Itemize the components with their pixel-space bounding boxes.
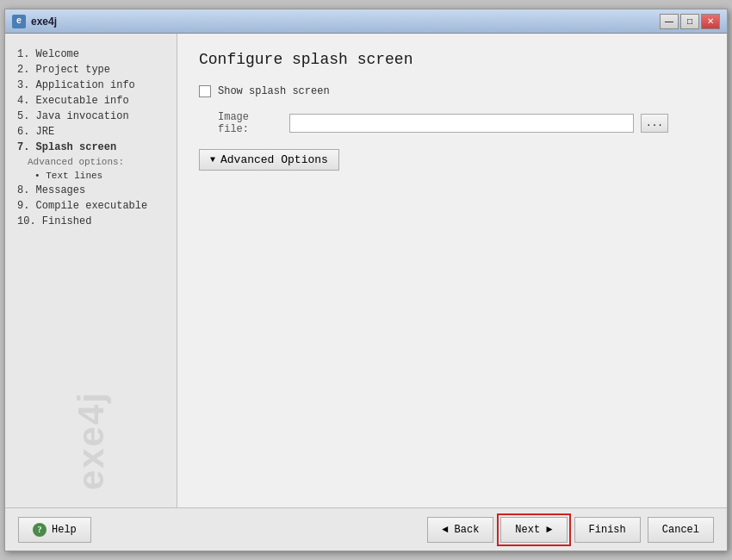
main-window: e exe4j — □ ✕ 1. Welcome 2. Project type…: [4, 9, 728, 551]
sidebar-item-project-type[interactable]: 2. Project type: [14, 62, 168, 78]
maximize-button[interactable]: □: [680, 14, 699, 29]
advanced-options-label: Advanced Options: [220, 153, 328, 166]
sidebar-item-compile-executable[interactable]: 9. Compile executable: [14, 198, 168, 214]
show-splash-label: Show splash screen: [218, 85, 330, 97]
show-splash-row: Show splash screen: [199, 85, 705, 97]
sidebar-item-splash-screen[interactable]: 7. Splash screen: [14, 140, 168, 155]
sidebar-item-application-info[interactable]: 3. Application info: [14, 78, 168, 93]
image-file-row: Image file: ...: [199, 111, 705, 135]
sidebar-item-welcome[interactable]: 1. Welcome: [14, 47, 168, 62]
show-splash-checkbox[interactable]: [199, 85, 211, 97]
watermark: exe4j: [71, 391, 112, 490]
back-button[interactable]: ◄ Back: [427, 517, 493, 543]
finish-button[interactable]: Finish: [574, 517, 641, 543]
window-body: 1. Welcome 2. Project type 3. Applicatio…: [5, 34, 727, 507]
window-title: exe4j: [31, 16, 57, 28]
advanced-options-button[interactable]: ▼ Advanced Options: [199, 149, 339, 171]
cancel-button[interactable]: Cancel: [648, 517, 714, 543]
image-file-input[interactable]: [289, 114, 634, 133]
sidebar: 1. Welcome 2. Project type 3. Applicatio…: [5, 34, 177, 507]
title-bar: e exe4j — □ ✕: [5, 9, 727, 34]
sidebar-item-jre[interactable]: 6. JRE: [14, 124, 168, 140]
help-icon: ?: [33, 523, 47, 537]
browse-button[interactable]: ...: [641, 114, 668, 133]
app-icon: e: [12, 15, 26, 28]
close-button[interactable]: ✕: [701, 14, 720, 29]
help-label: Help: [52, 524, 77, 536]
advanced-options-arrow: ▼: [210, 155, 215, 165]
image-file-label: Image file:: [218, 111, 282, 135]
sidebar-item-java-invocation[interactable]: 5. Java invocation: [14, 109, 168, 124]
sidebar-item-executable-info[interactable]: 4. Executable info: [14, 93, 168, 109]
main-content-area: Configure splash screen Show splash scre…: [177, 34, 727, 507]
sidebar-item-text-lines[interactable]: • Text lines: [14, 169, 168, 183]
sidebar-item-messages[interactable]: 8. Messages: [14, 183, 168, 198]
footer: ? Help ◄ Back Next ► Finish Cancel: [5, 507, 727, 551]
next-button[interactable]: Next ►: [500, 517, 567, 543]
sidebar-advanced-options-header: Advanced options:: [14, 155, 168, 169]
page-title: Configure splash screen: [199, 51, 705, 68]
help-button[interactable]: ? Help: [18, 517, 91, 543]
sidebar-item-finished[interactable]: 10. Finished: [14, 214, 168, 229]
minimize-button[interactable]: —: [660, 14, 679, 29]
